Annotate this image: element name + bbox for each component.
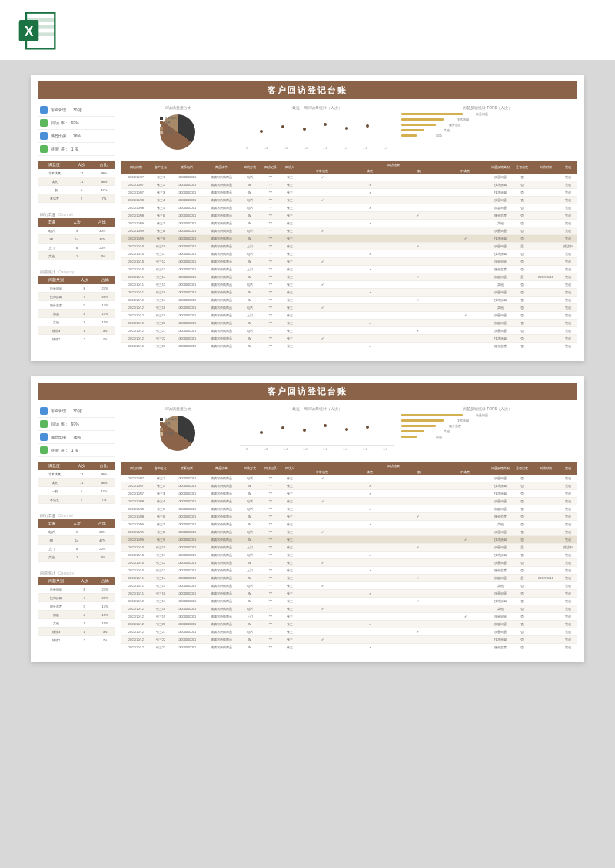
table-row: 2022/10/12张三2213000000001请填写所购商品IM***张三✓… [121,335,577,343]
table-row: 2022/10/10张三1013000000001请填写所购商品上门***张三✓… [121,243,577,250]
table-row: 2022/10/12张三2013000000001请填写所购商品IM***张三✓… [121,621,577,628]
table-row: 2022/10/07张三313000000001请填写所购商品IM***张三✓技… [121,490,577,498]
table-row: 物流227% [38,335,115,343]
pie-legend: 非常满意满意一般不满意 [160,116,177,136]
table-row: 2022/10/10张三1113000000001请填写所购商品电话***张三✓… [121,250,577,258]
table-row: 2022/10/10张三1313000000001请填写所购商品上门***张三✓… [121,266,577,273]
section-label-en: Category [58,270,74,274]
user-icon [40,407,48,415]
table-row: 物流313% [38,628,115,636]
chart-title: 最近一周回访量统计（人次） [240,104,394,111]
kpi-label: 客户管理： [51,409,70,413]
bar-chart: 质量问题技术原因服务态度其他加急 [398,111,577,138]
table-row: IM1447% [38,536,115,545]
flag-icon [40,145,48,153]
section-label-en: Category [58,571,74,575]
table-row: 2022/10/12张三2313000000001请填写所购商品IM***张三✓… [121,644,577,651]
table-row: 一般517% [38,186,115,194]
pie-panel: 回访满意度占比 非常满意满意一般不满意 [120,405,235,457]
document-page: 客户回访登记台账 客户管理：30 家 回 访 率：97% 满意比例：76% 待 … [31,75,584,361]
bar-chart: 质量问题技术原因服务态度其他加急 [398,412,577,439]
table-row: 2022/10/12张三1713000000001请填写所购商品IM***张三✓… [121,297,577,304]
pie-panel: 回访满意度占比 非常满意满意一般不满意 [120,104,235,156]
table-row: 2022/10/08张三613000000001请填写所购商品IM***张三✓服… [121,513,577,521]
table-row: 2022/10/07张三313000000001请填写所购商品IM***张三✓技… [121,189,577,197]
table-row: 2022/10/12张三1813000000001请填写所购商品电话***张三✓… [121,605,577,613]
table-row: 2022/10/10张三1213000000001请填写所购商品IM***张三✓… [121,258,577,266]
table-row: 不满意27% [38,194,115,203]
table-row: 2022/10/12张三1713000000001请填写所购商品IM***张三✓… [121,598,577,605]
channel-table: 渠道人次占比电话930%IM1447%上门620%其他13% [38,218,115,260]
table-row: 2022/10/11张三1513000000001请填写所购商品电话***张三✓… [121,582,577,590]
smile-icon [40,132,48,140]
page-header: X [0,0,615,60]
section-label: 问题统计 [40,270,55,274]
table-row: 一般517% [38,487,115,495]
satisfaction-table: 满意度人次占比非常满意1138%满意1138%一般517%不满意27% [38,161,115,203]
kpi-value: 97% [71,422,79,426]
sheet-title: 客户回访登记台账 [38,383,577,400]
table-row: 2022/10/10张三1013000000001请填写所购商品上门***张三✓… [121,544,577,552]
dashboard-row: 客户管理：30 家 回 访 率：97% 满意比例：76% 待 跟 进：1 项 回… [38,104,577,156]
line-axis: 01-31-41-51-61-71-81-9 [240,445,394,452]
table-row: 2022/10/12张三1813000000001请填写所购商品电话***张三✓… [121,304,577,312]
main-table-panel: 回访日期客户姓名联系电话商品清单回访方式回访记录回访人回访结果问题反馈类别是否满… [121,161,577,350]
table-row: 服务态度517% [38,301,115,310]
kpi-value: 1 项 [71,448,78,452]
table-row: 其他310% [38,318,115,326]
main-table: 回访日期客户姓名联系电话商品清单回访方式回访记录回访人回访结果问题反馈类别是否满… [121,161,577,350]
table-row: 非常满意1138% [38,470,115,479]
table-row: 满意1138% [38,479,115,487]
channel-table: 渠道人次占比电话930%IM1447%上门620%其他13% [38,519,115,562]
table-row: 上门620% [38,244,115,252]
phone-icon [40,119,48,127]
table-row: 2022/10/07张三213000000001请填写所购商品IM***张三✓技… [121,482,577,490]
table-row: 2022/10/11张三1513000000001请填写所购商品电话***张三✓… [121,281,577,289]
satisfaction-table: 满意度人次占比非常满意1138%满意1138%一般517%不满意27% [38,462,115,504]
kpi-label: 满意比例： [51,435,70,439]
table-row: 物流227% [38,636,115,644]
table-row: 质量问题827% [38,585,115,594]
kpi-label: 满意比例： [51,134,70,138]
table-row: 2022/10/12张三2213000000001请填写所购商品IM***张三✓… [121,636,577,644]
kpi-value: 76% [73,134,81,138]
table-row: 满意1138% [38,177,115,186]
kpi-panel: 客户管理：30 家 回 访 率：97% 满意比例：76% 待 跟 进：1 项 [38,405,115,457]
table-row: 上门620% [38,545,115,553]
table-row: 技术原因723% [38,594,115,602]
svg-text:X: X [25,24,34,39]
kpi-value: 1 项 [71,147,78,151]
section-label-en: Channel [58,513,73,518]
section-label-en: Channel [58,212,73,217]
document-page: 客户回访登记台账 客户管理：30 家 回 访 率：97% 满意比例：76% 待 … [31,376,584,662]
table-row: 质量问题827% [38,284,115,293]
table-row: 2022/10/07张三113000000001请填写所购商品电话***张三✓质… [121,174,577,181]
side-panel: 满意度人次占比非常满意1138%满意1138%一般517%不满意27% 回访渠道… [38,161,115,350]
table-row: 2022/10/11张三1413000000001请填写所购商品IM***张三✓… [121,575,577,582]
kpi-value: 97% [71,121,79,125]
table-row: 2022/10/12张三2113000000001请填写所购商品电话***张三✓… [121,327,577,335]
line-axis: 01-31-41-51-61-71-81-9 [240,144,394,151]
table-row: 2022/10/07张三213000000001请填写所购商品IM***张三✓技… [121,181,577,189]
table-row: 2022/10/09张三913000000001请填写所购商品IM***张三✓技… [121,536,577,544]
chart-title: 回访满意度占比 [120,104,235,111]
kpi-label: 待 跟 进： [51,147,68,151]
table-row: 2022/10/08张三413000000001请填写所购商品电话***张三✓质… [121,498,577,505]
table-row: 电话930% [38,227,115,235]
kpi-panel: 客户管理：30 家 回 访 率：97% 满意比例：76% 待 跟 进：1 项 [38,104,115,156]
main-table-panel: 回访日期客户姓名联系电话商品清单回访方式回访记录回访人回访结果问题反馈类别是否满… [121,462,577,651]
smile-icon [40,433,48,441]
kpi-value: 30 家 [73,108,82,112]
line-panel: 最近一周回访量统计（人次） 01-31-41-51-61-71-81-9 [240,104,394,156]
table-row: 2022/10/10张三1113000000001请填写所购商品电话***张三✓… [121,552,577,559]
kpi-value: 76% [73,435,81,439]
chart-title: 最近一周回访量统计（人次） [240,405,394,412]
bar-panel: 问题反馈统计 TOP5（人次） 质量问题技术原因服务态度其他加急 [398,405,577,457]
table-row: 加急413% [38,611,115,619]
table-row: 物流313% [38,326,115,335]
line-chart [246,116,387,139]
bar-panel: 问题反馈统计 TOP5（人次） 质量问题技术原因服务态度其他加急 [398,104,577,156]
table-row: 2022/10/12张三2013000000001请填写所购商品IM***张三✓… [121,320,577,327]
user-icon [40,106,48,114]
line-chart [246,417,387,440]
